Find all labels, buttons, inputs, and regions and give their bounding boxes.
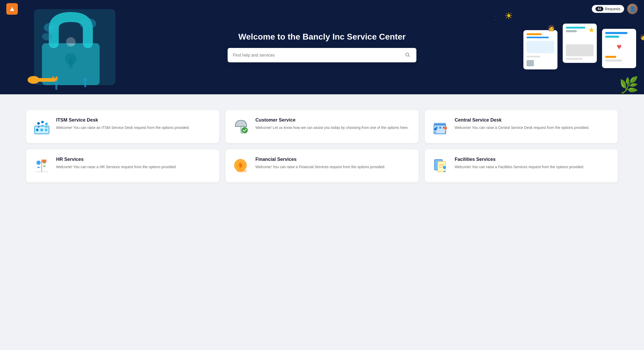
deco-line <box>605 36 619 38</box>
deco-line <box>527 37 549 39</box>
svg-text:$: $ <box>239 162 242 168</box>
avatar-image: 👤 <box>627 4 638 14</box>
itsm-title: ITSM Service Desk <box>56 117 213 123</box>
svg-point-19 <box>36 129 39 131</box>
svg-point-51 <box>443 166 446 169</box>
svg-rect-38 <box>42 160 46 163</box>
deco-line <box>605 32 627 34</box>
nav-right: 62 Requests 👤 <box>592 4 638 14</box>
service-card-hr[interactable]: HR Services Welcome! You can raise a HR … <box>26 149 219 182</box>
deco-card-1: 🧑 <box>523 30 557 69</box>
svg-rect-13 <box>55 85 57 90</box>
svg-point-9 <box>42 33 52 40</box>
customer-title: Customer Service <box>255 117 412 123</box>
svg-point-20 <box>40 129 43 131</box>
hero-title: Welcome to the Bancly Inc Service Center <box>228 32 416 42</box>
hero-banner: 62 Requests 👤 <box>0 0 644 94</box>
search-input[interactable] <box>233 53 404 58</box>
search-bar <box>228 48 416 62</box>
itsm-info: ITSM Service Desk Welcome! You can raise… <box>56 117 213 130</box>
central-info: Central Service Desk Welcome! You can ra… <box>455 117 611 130</box>
facilities-title: Facilities Services <box>455 157 611 162</box>
deco-line <box>527 33 542 35</box>
requests-label: Requests <box>605 7 620 11</box>
svg-point-10 <box>79 18 96 29</box>
facilities-info: Facilities Services Welcome! You can rai… <box>455 157 611 170</box>
facilities-desc: Welcome! You can raise a Facilities Serv… <box>455 164 611 170</box>
hr-desc: Welcome! You can raise a HR Services req… <box>56 164 213 170</box>
svg-point-22 <box>37 122 40 125</box>
svg-point-24 <box>45 123 48 125</box>
logo[interactable] <box>6 3 18 15</box>
financial-icon: $ <box>232 157 250 175</box>
deco-card-3: ♥ 🧑 <box>602 29 636 68</box>
customer-icon <box>232 117 250 136</box>
financial-info: Financial Services Welcome! You can rais… <box>255 157 412 170</box>
search-button[interactable] <box>404 51 411 59</box>
svg-rect-6 <box>52 76 54 79</box>
deco-card-2: ★ <box>563 24 597 63</box>
svg-rect-31 <box>439 127 441 129</box>
service-card-itsm[interactable]: ITSM Service Desk Welcome! You can raise… <box>26 110 219 143</box>
service-card-facilities[interactable]: Facilities Services Welcome! You can rai… <box>425 149 618 182</box>
requests-count: 62 <box>595 7 603 11</box>
plant-decoration: 🌿 <box>619 76 639 94</box>
itsm-desc: Welcome! You can raise an ITSM Service D… <box>56 125 213 130</box>
facilities-icon <box>431 157 449 175</box>
deco-line <box>527 56 540 58</box>
svg-point-21 <box>45 129 47 131</box>
deco-star: ★ <box>588 26 595 34</box>
hr-icon <box>33 157 51 175</box>
itsm-icon <box>33 117 51 136</box>
service-card-financial[interactable]: $ Financial Services Welcome! You can ra… <box>226 149 418 182</box>
svg-point-4 <box>28 76 39 84</box>
central-title: Central Service Desk <box>455 117 611 123</box>
services-grid: ITSM Service Desk Welcome! You can raise… <box>26 110 618 182</box>
hr-title: HR Services <box>56 157 213 162</box>
customer-info: Customer Service Welcome! Let us know ho… <box>255 117 412 130</box>
svg-point-43 <box>237 170 247 172</box>
svg-point-14 <box>83 78 87 82</box>
deco-line <box>566 58 583 60</box>
svg-rect-29 <box>434 123 446 125</box>
hr-info: HR Services Welcome! You can raise a HR … <box>56 157 213 170</box>
svg-point-26 <box>242 127 248 133</box>
customer-desc: Welcome! Let us know how we can assist y… <box>255 125 412 130</box>
svg-rect-7 <box>56 76 58 81</box>
svg-point-34 <box>434 128 437 130</box>
hero-content: Welcome to the Bancly Inc Service Center <box>228 32 416 62</box>
central-icon <box>431 117 449 136</box>
svg-rect-15 <box>84 82 86 87</box>
svg-point-35 <box>36 161 41 165</box>
deco-line <box>566 27 585 29</box>
deco-line <box>605 59 622 62</box>
top-navigation: 62 Requests 👤 <box>0 0 644 18</box>
deco-img <box>566 44 594 56</box>
financial-desc: Welcome! You can raise a Financial Servi… <box>255 164 412 170</box>
deco-heart: ♥ <box>605 42 633 52</box>
svg-rect-3 <box>69 59 73 68</box>
deco-figure-2: 🧑 <box>640 34 644 40</box>
svg-point-11 <box>66 37 76 47</box>
user-avatar[interactable]: 👤 <box>627 4 638 14</box>
central-desc: Welcome! You can raise a Central Service… <box>455 125 611 130</box>
deco-figure-1: 🧑 <box>548 25 555 32</box>
deco-line <box>566 30 577 32</box>
financial-title: Financial Services <box>255 157 412 162</box>
deco-line <box>605 56 616 58</box>
svg-point-8 <box>44 23 58 32</box>
service-card-central[interactable]: Central Service Desk Welcome! You can ra… <box>425 110 618 143</box>
deco-avatar <box>527 60 534 66</box>
requests-button[interactable]: 62 Requests <box>592 5 624 13</box>
svg-point-23 <box>41 121 44 123</box>
deco-rect <box>527 41 554 53</box>
svg-point-33 <box>444 127 447 130</box>
services-section: ITSM Service Desk Welcome! You can raise… <box>0 94 644 198</box>
service-card-customer[interactable]: Customer Service Welcome! Let us know ho… <box>226 110 418 143</box>
search-icon <box>405 52 410 57</box>
svg-point-12 <box>54 80 58 85</box>
